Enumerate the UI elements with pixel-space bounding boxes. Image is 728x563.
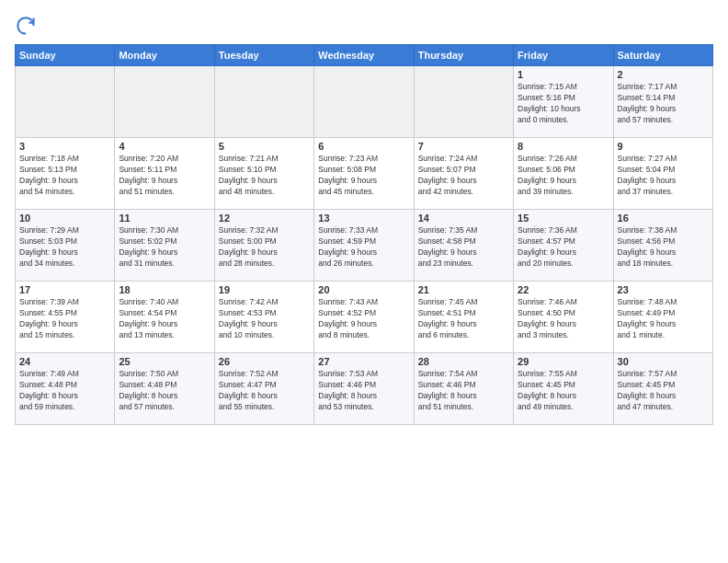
- page: SundayMondayTuesdayWednesdayThursdayFrid…: [0, 0, 728, 563]
- calendar-cell: 29Sunrise: 7:55 AM Sunset: 4:45 PM Dayli…: [514, 353, 613, 425]
- day-info: Sunrise: 7:55 AM Sunset: 4:45 PM Dayligh…: [518, 369, 609, 413]
- day-number: 22: [518, 284, 609, 295]
- day-info: Sunrise: 7:26 AM Sunset: 5:06 PM Dayligh…: [518, 154, 609, 198]
- calendar-body: 1Sunrise: 7:15 AM Sunset: 5:16 PM Daylig…: [16, 66, 713, 425]
- day-number: 11: [119, 213, 210, 224]
- day-number: 9: [618, 141, 709, 152]
- day-number: 4: [119, 141, 210, 152]
- day-number: 27: [318, 356, 409, 367]
- day-info: Sunrise: 7:27 AM Sunset: 5:04 PM Dayligh…: [618, 154, 709, 198]
- day-number: 2: [618, 69, 709, 80]
- day-info: Sunrise: 7:17 AM Sunset: 5:14 PM Dayligh…: [618, 82, 709, 126]
- day-number: 23: [618, 284, 709, 295]
- day-info: Sunrise: 7:50 AM Sunset: 4:48 PM Dayligh…: [119, 369, 210, 413]
- calendar-cell: 12Sunrise: 7:32 AM Sunset: 5:00 PM Dayli…: [214, 210, 313, 282]
- day-number: 8: [518, 141, 609, 152]
- calendar-cell: 5Sunrise: 7:21 AM Sunset: 5:10 PM Daylig…: [214, 138, 313, 210]
- week-row-2: 10Sunrise: 7:29 AM Sunset: 5:03 PM Dayli…: [16, 210, 713, 282]
- day-number: 1: [518, 69, 609, 80]
- day-info: Sunrise: 7:30 AM Sunset: 5:02 PM Dayligh…: [119, 225, 210, 270]
- calendar-cell: 8Sunrise: 7:26 AM Sunset: 5:06 PM Daylig…: [514, 138, 613, 210]
- day-number: 6: [318, 141, 409, 152]
- calendar-table: SundayMondayTuesdayWednesdayThursdayFrid…: [15, 44, 713, 425]
- header-tuesday: Tuesday: [214, 45, 313, 66]
- calendar-cell: 24Sunrise: 7:49 AM Sunset: 4:48 PM Dayli…: [16, 353, 115, 425]
- day-info: Sunrise: 7:23 AM Sunset: 5:08 PM Dayligh…: [318, 154, 409, 198]
- day-number: 30: [618, 356, 709, 367]
- calendar-cell: 17Sunrise: 7:39 AM Sunset: 4:55 PM Dayli…: [16, 282, 115, 353]
- day-number: 29: [518, 356, 609, 367]
- day-number: 5: [219, 141, 310, 152]
- day-info: Sunrise: 7:33 AM Sunset: 4:59 PM Dayligh…: [318, 225, 409, 270]
- calendar-cell: 2Sunrise: 7:17 AM Sunset: 5:14 PM Daylig…: [613, 66, 712, 138]
- week-row-1: 3Sunrise: 7:18 AM Sunset: 5:13 PM Daylig…: [16, 138, 713, 210]
- calendar-cell: 13Sunrise: 7:33 AM Sunset: 4:59 PM Dayli…: [314, 210, 414, 282]
- day-number: 25: [119, 356, 210, 367]
- day-number: 3: [19, 141, 110, 152]
- day-number: 19: [219, 284, 310, 295]
- day-number: 18: [119, 284, 210, 295]
- week-row-0: 1Sunrise: 7:15 AM Sunset: 5:16 PM Daylig…: [16, 66, 713, 138]
- calendar-cell: [314, 66, 414, 138]
- header-wednesday: Wednesday: [314, 45, 414, 66]
- calendar-cell: 19Sunrise: 7:42 AM Sunset: 4:53 PM Dayli…: [214, 282, 313, 353]
- calendar-cell: 15Sunrise: 7:36 AM Sunset: 4:57 PM Dayli…: [514, 210, 613, 282]
- day-info: Sunrise: 7:18 AM Sunset: 5:13 PM Dayligh…: [19, 154, 110, 198]
- day-info: Sunrise: 7:39 AM Sunset: 4:55 PM Dayligh…: [19, 297, 110, 341]
- day-number: 15: [518, 213, 609, 224]
- header-sunday: Sunday: [16, 45, 115, 66]
- calendar-cell: 28Sunrise: 7:54 AM Sunset: 4:46 PM Dayli…: [414, 353, 513, 425]
- header-monday: Monday: [115, 45, 214, 66]
- logo-icon: [15, 15, 37, 37]
- day-info: Sunrise: 7:43 AM Sunset: 4:52 PM Dayligh…: [318, 297, 409, 341]
- header-thursday: Thursday: [414, 45, 513, 66]
- calendar-cell: 27Sunrise: 7:53 AM Sunset: 4:46 PM Dayli…: [314, 353, 414, 425]
- calendar-cell: 9Sunrise: 7:27 AM Sunset: 5:04 PM Daylig…: [613, 138, 712, 210]
- calendar-cell: [16, 66, 115, 138]
- header-friday: Friday: [514, 45, 613, 66]
- calendar-cell: 20Sunrise: 7:43 AM Sunset: 4:52 PM Dayli…: [314, 282, 414, 353]
- day-info: Sunrise: 7:48 AM Sunset: 4:49 PM Dayligh…: [618, 297, 709, 341]
- day-number: 16: [618, 213, 709, 224]
- calendar-cell: 25Sunrise: 7:50 AM Sunset: 4:48 PM Dayli…: [115, 353, 214, 425]
- day-number: 13: [318, 213, 409, 224]
- day-info: Sunrise: 7:52 AM Sunset: 4:47 PM Dayligh…: [219, 369, 310, 413]
- day-info: Sunrise: 7:36 AM Sunset: 4:57 PM Dayligh…: [518, 225, 609, 270]
- header: [15, 15, 713, 37]
- day-info: Sunrise: 7:45 AM Sunset: 4:51 PM Dayligh…: [418, 297, 509, 341]
- day-number: 7: [418, 141, 509, 152]
- calendar-cell: [414, 66, 513, 138]
- day-info: Sunrise: 7:49 AM Sunset: 4:48 PM Dayligh…: [19, 369, 110, 413]
- calendar-cell: 11Sunrise: 7:30 AM Sunset: 5:02 PM Dayli…: [115, 210, 214, 282]
- calendar-cell: 16Sunrise: 7:38 AM Sunset: 4:56 PM Dayli…: [613, 210, 712, 282]
- day-number: 10: [19, 213, 110, 224]
- calendar-cell: 4Sunrise: 7:20 AM Sunset: 5:11 PM Daylig…: [115, 138, 214, 210]
- day-info: Sunrise: 7:42 AM Sunset: 4:53 PM Dayligh…: [219, 297, 310, 341]
- calendar-cell: 7Sunrise: 7:24 AM Sunset: 5:07 PM Daylig…: [414, 138, 513, 210]
- calendar-cell: [115, 66, 214, 138]
- day-number: 24: [19, 356, 110, 367]
- day-number: 20: [318, 284, 409, 295]
- week-row-4: 24Sunrise: 7:49 AM Sunset: 4:48 PM Dayli…: [16, 353, 713, 425]
- header-row: SundayMondayTuesdayWednesdayThursdayFrid…: [16, 45, 713, 66]
- calendar-cell: 23Sunrise: 7:48 AM Sunset: 4:49 PM Dayli…: [613, 282, 712, 353]
- calendar-cell: 21Sunrise: 7:45 AM Sunset: 4:51 PM Dayli…: [414, 282, 513, 353]
- calendar-cell: 1Sunrise: 7:15 AM Sunset: 5:16 PM Daylig…: [514, 66, 613, 138]
- day-info: Sunrise: 7:54 AM Sunset: 4:46 PM Dayligh…: [418, 369, 509, 413]
- day-info: Sunrise: 7:20 AM Sunset: 5:11 PM Dayligh…: [119, 154, 210, 198]
- day-info: Sunrise: 7:24 AM Sunset: 5:07 PM Dayligh…: [418, 154, 509, 198]
- day-number: 28: [418, 356, 509, 367]
- logo: [15, 15, 40, 37]
- calendar-cell: 6Sunrise: 7:23 AM Sunset: 5:08 PM Daylig…: [314, 138, 414, 210]
- calendar-cell: 3Sunrise: 7:18 AM Sunset: 5:13 PM Daylig…: [16, 138, 115, 210]
- calendar-header: SundayMondayTuesdayWednesdayThursdayFrid…: [16, 45, 713, 66]
- week-row-3: 17Sunrise: 7:39 AM Sunset: 4:55 PM Dayli…: [16, 282, 713, 353]
- calendar-cell: 22Sunrise: 7:46 AM Sunset: 4:50 PM Dayli…: [514, 282, 613, 353]
- day-info: Sunrise: 7:35 AM Sunset: 4:58 PM Dayligh…: [418, 225, 509, 270]
- day-number: 26: [219, 356, 310, 367]
- calendar-cell: [214, 66, 313, 138]
- day-info: Sunrise: 7:38 AM Sunset: 4:56 PM Dayligh…: [618, 225, 709, 270]
- day-number: 17: [19, 284, 110, 295]
- day-info: Sunrise: 7:53 AM Sunset: 4:46 PM Dayligh…: [318, 369, 409, 413]
- day-info: Sunrise: 7:46 AM Sunset: 4:50 PM Dayligh…: [518, 297, 609, 341]
